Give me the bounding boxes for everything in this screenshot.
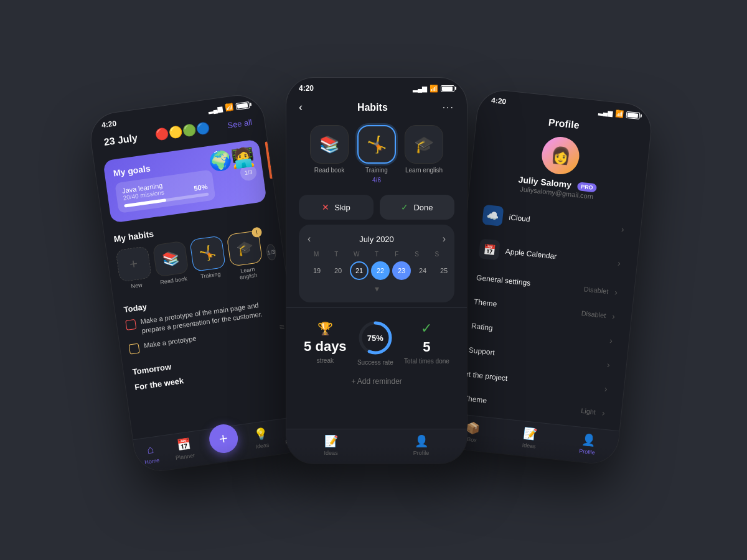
home-icon: ⌂ xyxy=(146,442,155,456)
planner-label: Planner xyxy=(175,452,195,461)
apple-cal-arrow: › xyxy=(617,258,621,268)
habit-english[interactable]: 🎓 ! Learn english xyxy=(227,230,265,281)
done-label: Done xyxy=(413,203,433,212)
more-dots[interactable]: ··· xyxy=(443,102,454,113)
phone-center: 4:20 ▂▄▆ 📶 ‹ Habits ··· 📚 Read book 🤸 xyxy=(286,78,467,464)
light-label: Theme xyxy=(463,394,575,414)
nav-profile-right[interactable]: 👤 Profile xyxy=(579,432,597,455)
cal-day-w: W xyxy=(348,251,365,258)
project-arrow: › xyxy=(604,384,608,394)
checkmark-icon: ✓ xyxy=(421,320,432,337)
pro-badge: PRO xyxy=(577,182,598,192)
success-label: Success rate xyxy=(357,359,393,366)
cal-expand[interactable]: ▾ xyxy=(308,284,446,294)
nav-profile-center[interactable]: 👤 Profile xyxy=(413,434,430,456)
total-stat: ✓ 5 Total times done xyxy=(404,320,449,365)
success-stat: 75% Success rate xyxy=(357,319,394,366)
apple-cal-label: Apple Calendar xyxy=(505,247,612,267)
left-date: 23 July xyxy=(103,133,138,148)
circular-progress: 75% xyxy=(357,319,394,357)
add-reminder[interactable]: + Add reminder xyxy=(286,372,467,391)
habit-card-english[interactable]: 🎓 Learn english xyxy=(405,125,443,184)
cal-19[interactable]: 19 xyxy=(308,261,326,280)
theme-value: Disablet xyxy=(581,309,606,319)
time-center: 4:20 xyxy=(299,84,314,93)
theme-arrow: › xyxy=(611,311,615,321)
add-button[interactable]: + xyxy=(207,422,240,455)
done-check-icon: ✓ xyxy=(401,202,408,212)
skip-btn[interactable]: ✕ Skip xyxy=(299,195,374,220)
nav-ideas-right[interactable]: 📝 Ideas xyxy=(522,426,538,449)
habit-readbook[interactable]: 📚 Read book xyxy=(153,241,190,286)
habit-training[interactable]: 🤸 Training xyxy=(189,235,227,281)
cal-day-f: F xyxy=(388,251,405,258)
total-value: 5 xyxy=(423,339,430,355)
habit-badge: ! xyxy=(251,226,262,238)
skip-label: Skip xyxy=(334,203,350,212)
avatar: 👩 xyxy=(540,135,581,176)
cal-days-header: M T W T F S S xyxy=(308,251,446,258)
nav-planner[interactable]: 📅 Planner xyxy=(173,437,195,461)
goal-item[interactable]: Java learning 20/40 missions 50% xyxy=(115,169,215,213)
orange-indicator xyxy=(265,142,272,179)
task-checkbox-1[interactable] xyxy=(125,319,136,330)
back-arrow[interactable]: ‹ xyxy=(299,101,303,114)
add-habit-box[interactable]: + xyxy=(115,246,152,282)
training-label: Training xyxy=(200,271,221,279)
rating-arrow: › xyxy=(609,335,613,345)
signal-icon-right: ▂▄▆ xyxy=(598,108,613,116)
ideas-label-right: Ideas xyxy=(522,442,536,449)
done-btn[interactable]: ✓ Done xyxy=(380,195,454,220)
nav-home[interactable]: ⌂ Home xyxy=(142,442,160,465)
battery-icon xyxy=(235,101,250,110)
theme-label: Theme xyxy=(473,297,575,317)
profile-icon-right: 👤 xyxy=(581,432,596,447)
ideas-label: Ideas xyxy=(255,442,270,450)
battery-icon-center xyxy=(441,85,454,92)
habit-card-training[interactable]: 🤸 Training 4/6 xyxy=(357,125,396,184)
status-icons-center: ▂▄▆ 📶 xyxy=(413,85,454,93)
planner-icon: 📅 xyxy=(176,437,191,453)
cal-21[interactable]: 21 xyxy=(350,261,369,280)
nav-box-right[interactable]: 📦 Box xyxy=(465,421,481,444)
readbook-card-label: Read book xyxy=(314,167,344,174)
habit-add[interactable]: + New xyxy=(115,246,153,291)
readbook-icon: 📚 xyxy=(153,241,189,278)
readbook-label: Read book xyxy=(160,276,188,286)
cal-24[interactable]: 24 xyxy=(413,261,432,280)
bottom-nav-left: ⌂ Home 📅 Planner + 💡 Ideas 👤 Profile xyxy=(133,415,311,474)
see-all-btn[interactable]: See all xyxy=(227,117,252,129)
habits-counter: 1/3 xyxy=(265,244,276,261)
cal-22[interactable]: 22 xyxy=(371,261,390,280)
cal-next[interactable]: › xyxy=(443,233,446,245)
general-value: Disablet xyxy=(583,285,609,295)
nav-ideas-center[interactable]: 📝 Ideas xyxy=(324,434,338,456)
center-header: ‹ Habits ··· xyxy=(286,96,467,119)
time-left: 4:20 xyxy=(101,119,117,129)
wifi-icon: 📶 xyxy=(224,103,234,112)
cal-days-grid: 19 20 21 22 23 24 25 xyxy=(308,261,446,280)
signal-icon-center: ▂▄▆ xyxy=(413,85,427,92)
cal-day-t1: T xyxy=(327,251,345,258)
task-checkbox-2[interactable] xyxy=(129,343,140,354)
english-icon: 🎓 ! xyxy=(227,230,263,267)
cal-prev[interactable]: ‹ xyxy=(308,233,311,245)
home-label: Home xyxy=(144,457,160,465)
cal-25[interactable]: 25 xyxy=(435,261,453,280)
habit-card-readbook[interactable]: 📚 Read book xyxy=(310,125,349,184)
profile-icon-center: 👤 xyxy=(415,434,428,448)
signal-icon: ▂▄▆ xyxy=(208,105,223,114)
training-icon: 🤸 xyxy=(189,235,226,272)
box-label-right: Box xyxy=(467,436,477,444)
cal-20[interactable]: 20 xyxy=(329,261,347,280)
nav-ideas[interactable]: 💡 Ideas xyxy=(253,426,270,450)
ideas-label-center: Ideas xyxy=(324,450,338,456)
phone-right: 4:20 ▂▄▆ 📶 Profile 👩 Juliy Salomy PRO Ju… xyxy=(442,88,653,465)
readbook-card-icon: 📚 xyxy=(310,125,349,164)
ideas-icon-right: 📝 xyxy=(523,426,538,441)
cal-day-s1: S xyxy=(408,251,425,258)
box-icon-right: 📦 xyxy=(466,421,481,436)
training-card-icon: 🤸 xyxy=(357,125,396,164)
general-label: General settings xyxy=(476,273,578,292)
cal-23[interactable]: 23 xyxy=(392,261,411,280)
